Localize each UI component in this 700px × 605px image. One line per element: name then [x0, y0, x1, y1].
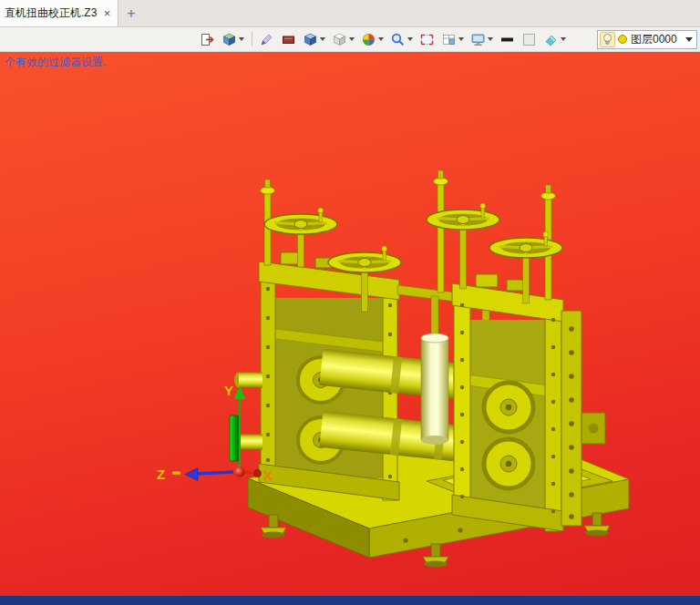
x-axis-line — [244, 472, 253, 473]
dropdown-caret[interactable] — [488, 37, 493, 41]
select-window-icon — [419, 32, 435, 47]
gray-square-icon — [521, 32, 537, 47]
x-axis-label: X — [263, 467, 273, 483]
document-tab[interactable]: 直机扭曲校正机.Z3 × — [0, 0, 118, 26]
multi-cube-icon — [221, 32, 237, 47]
status-bar — [0, 596, 700, 605]
3d-viewport[interactable]: 个有效的过滤器设置. — [0, 52, 700, 596]
z-axis-arrowhead — [185, 468, 198, 481]
red-panel-button[interactable] — [280, 30, 297, 49]
monitor-icon — [470, 32, 486, 47]
lightbulb-icon — [602, 33, 613, 46]
layer-combobox[interactable]: 图层0000 — [597, 30, 697, 49]
white-cube-icon — [332, 32, 347, 47]
eraser-button[interactable] — [542, 30, 567, 49]
filter-hint-text: 个有效的过滤器设置. — [5, 55, 106, 70]
dropdown-caret[interactable] — [349, 37, 355, 41]
blue-cube-icon — [303, 32, 318, 47]
dropdown-caret[interactable] — [239, 37, 244, 41]
y-axis-label: Y — [224, 383, 233, 398]
dropdown-caret[interactable] — [320, 37, 325, 41]
view-cube-button[interactable] — [221, 30, 245, 49]
cyan-eraser-icon — [543, 32, 559, 47]
line-width-button[interactable] — [499, 30, 516, 49]
y-axis-arrowhead — [234, 386, 246, 399]
display-monitor-button[interactable] — [469, 30, 494, 49]
z-axis-line — [196, 472, 233, 474]
layer-visibility-toggle[interactable] — [600, 32, 615, 47]
dropdown-caret[interactable] — [407, 37, 413, 41]
axis-triad[interactable]: Y Z X — [157, 383, 273, 483]
zoom-window-button[interactable] — [418, 30, 436, 49]
black-dash-icon — [499, 32, 515, 47]
z-axis-label: Z — [157, 467, 165, 482]
x-axis-arrowhead — [254, 470, 262, 477]
pencil-icon — [259, 32, 274, 47]
grid-window-icon — [441, 32, 457, 47]
color-wheel-button[interactable] — [360, 30, 385, 49]
color-wheel-icon — [361, 32, 376, 47]
tab-close-icon[interactable]: × — [100, 6, 114, 20]
toolbar-separator — [252, 32, 252, 46]
door-arrow-icon — [200, 32, 215, 47]
background-button[interactable] — [520, 30, 538, 49]
view-toolbar: 图层0000 — [0, 27, 700, 52]
tab-bar: 直机扭曲校正机.Z3 × + — [0, 0, 700, 27]
layer-color-swatch[interactable] — [618, 35, 627, 44]
zoom-button[interactable] — [389, 30, 414, 49]
wireframe-cube-button[interactable] — [331, 30, 355, 49]
shaded-cube-button[interactable] — [302, 30, 326, 49]
layer-name: 图层0000 — [631, 32, 682, 47]
z-axis-tick — [172, 472, 180, 475]
app-window: 直机扭曲校正机.Z3 × + — [0, 0, 700, 605]
y-axis-handle — [230, 415, 239, 461]
new-tab-button[interactable]: + — [118, 0, 144, 26]
dropdown-caret[interactable] — [458, 37, 464, 41]
dropdown-caret[interactable] — [378, 37, 384, 41]
origin-sphere — [235, 467, 245, 477]
combo-dropdown-caret[interactable] — [685, 37, 693, 42]
red-panel-icon — [281, 32, 296, 47]
window-grid-button[interactable] — [440, 30, 465, 49]
machine-model: Y Z X — [0, 52, 700, 596]
magnifier-icon — [390, 32, 406, 47]
tab-title: 直机扭曲校正机.Z3 — [5, 5, 100, 21]
dropdown-caret[interactable] — [561, 37, 566, 41]
door-arrow-button[interactable] — [199, 30, 216, 49]
pencil-button[interactable] — [258, 30, 275, 49]
